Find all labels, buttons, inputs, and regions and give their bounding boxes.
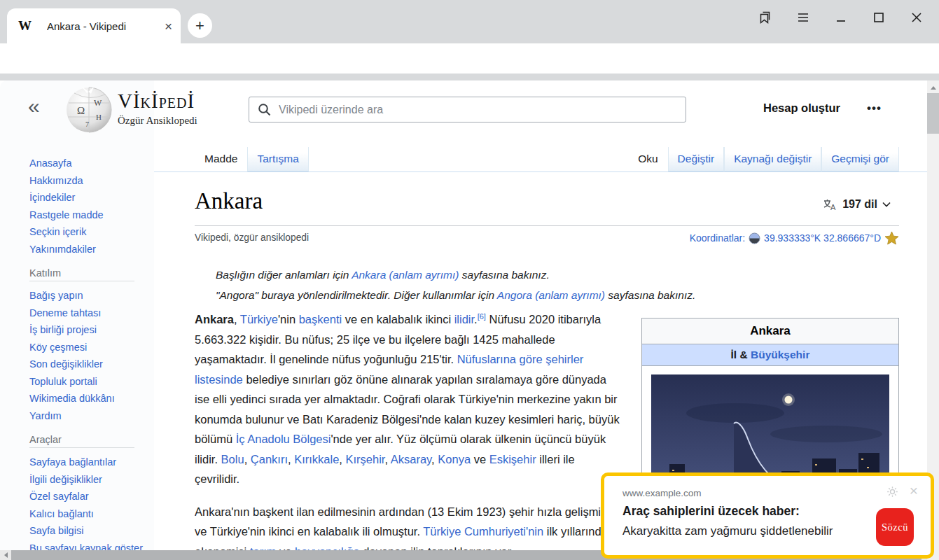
sidebar-link[interactable]: Sayfaya bağlantılar bbox=[29, 456, 116, 468]
article-link[interactable]: Çankırı bbox=[251, 453, 288, 465]
article-link[interactable]: Angora (anlam ayrımı) bbox=[497, 289, 605, 301]
article-tab-madde[interactable]: Madde bbox=[195, 147, 247, 172]
coordinates-value[interactable]: 39.933333°K 32.866667°D bbox=[764, 232, 881, 244]
sidebar-link[interactable]: Seçkin içerik bbox=[29, 226, 86, 237]
new-tab-button[interactable]: + bbox=[188, 13, 212, 38]
text-run: ve en kalabalık ikinci bbox=[342, 313, 454, 326]
sidebar-link[interactable]: Rastgele madde bbox=[29, 209, 104, 220]
browser-tab[interactable]: W Ankara - Vikipedi × bbox=[7, 8, 181, 43]
article-link[interactable]: Bolu bbox=[221, 453, 244, 465]
sidebar-item: Bu sayfayı kaynak göster bbox=[29, 540, 154, 551]
sidebar-link[interactable]: Bu sayfayı kaynak göster bbox=[29, 542, 143, 551]
scroll-up-arrow-icon[interactable] bbox=[927, 83, 939, 92]
wiki-search[interactable] bbox=[249, 97, 686, 122]
sidebar-item: Seçkin içerik bbox=[29, 223, 154, 241]
wikipedia-globe-logo-icon[interactable]: Ω W H 7 bbox=[64, 85, 113, 136]
article-tab-ge-mi-i-g-r[interactable]: Geçmişi gör bbox=[821, 147, 899, 172]
article-link[interactable]: tarım bbox=[250, 545, 277, 551]
sidebar-item: İlgili değişiklikler bbox=[29, 471, 154, 489]
notification-body[interactable]: Akaryakitta zam yağmuru şiddetlenebilir bbox=[622, 524, 833, 538]
sidebar-link[interactable]: Bağış yapın bbox=[29, 290, 83, 301]
sidebar-link[interactable]: Son değişiklikler bbox=[29, 358, 103, 370]
sidebar-link[interactable]: İlgili değişiklikler bbox=[29, 474, 102, 485]
sidebar-collapse-icon[interactable]: « bbox=[28, 96, 40, 117]
sidebar-item: Sayfaya bağlantılar bbox=[29, 454, 154, 471]
sozcu-logo-text: Sözcü bbox=[882, 522, 908, 533]
text-run: , bbox=[431, 453, 438, 465]
article-tab-de-i-tir[interactable]: Değiştir bbox=[668, 147, 725, 172]
search-icon bbox=[258, 103, 271, 116]
sidebar-item: Yakınımdakiler bbox=[29, 241, 154, 258]
sidebar-item: Yardım bbox=[29, 407, 154, 425]
svg-text:Ω: Ω bbox=[77, 105, 85, 116]
text-run: sayfasına bakınız. bbox=[459, 269, 549, 281]
article-tab-tart-ma[interactable]: Tartışma bbox=[247, 147, 308, 172]
article-link[interactable]: Aksaray bbox=[391, 453, 431, 465]
article-link[interactable]: Eskişehir bbox=[489, 453, 536, 465]
article-link[interactable]: [6] bbox=[478, 312, 486, 321]
sidebar-link[interactable]: Yakınımdakiler bbox=[29, 244, 96, 255]
sidebar-link[interactable]: İçindekiler bbox=[29, 192, 75, 203]
scroll-left-arrow-icon[interactable] bbox=[1, 550, 10, 560]
site-subtitle: Vikipedi, özgür ansiklopedi bbox=[195, 232, 309, 243]
sidebar-link[interactable]: Wikimedia dükkânı bbox=[29, 393, 115, 404]
sidebar-item: Son değişiklikler bbox=[29, 356, 154, 373]
article-link[interactable]: İç Anadolu Bölgesi bbox=[236, 433, 331, 445]
sidebar-link[interactable]: Kalıcı bağlantı bbox=[29, 508, 94, 519]
article-link[interactable]: Kırşehir bbox=[346, 453, 385, 465]
article-link[interactable]: Büyükşehir bbox=[751, 349, 809, 360]
hatnotes: Başlığın diğer anlamları için Ankara (an… bbox=[216, 265, 899, 305]
more-options-icon[interactable]: ••• bbox=[867, 102, 882, 115]
sidebar-link[interactable]: Topluluk portali bbox=[29, 376, 97, 387]
sozcu-logo[interactable]: Sözcü bbox=[876, 508, 914, 546]
article-link[interactable]: Türkiye Cumhuriyeti'nin bbox=[423, 525, 543, 538]
vertical-scrollbar-thumb[interactable] bbox=[927, 93, 939, 134]
article-link[interactable]: hayvancılığa bbox=[295, 545, 360, 551]
tab-close-icon[interactable]: × bbox=[165, 20, 172, 33]
chrome-page-gap bbox=[0, 74, 939, 80]
article-tab-oku[interactable]: Oku bbox=[628, 147, 667, 172]
article-link[interactable]: Ankara (anlam ayrımı) bbox=[352, 269, 459, 281]
notification-title[interactable]: Araç sahiplerini üzecek haber: bbox=[622, 504, 800, 519]
sidebar-link[interactable]: Köy çeşmesi bbox=[29, 342, 87, 353]
sidebar-link[interactable]: Yardım bbox=[29, 410, 62, 421]
text-run: , bbox=[234, 313, 240, 326]
create-account-link[interactable]: Hesap oluştur bbox=[763, 102, 840, 115]
side-panel-icon[interactable] bbox=[756, 8, 774, 27]
sidebar-section-header: Araçlar bbox=[29, 434, 134, 448]
sidebar-section-list: Bağış yapınDeneme tahtasıİş birliği proj… bbox=[29, 287, 154, 424]
wiki-sidebar: AnasayfaHakkımızdaİçindekilerRastgele ma… bbox=[0, 80, 154, 550]
maximize-button[interactable] bbox=[870, 8, 888, 27]
text-run: sayfasına bakınız. bbox=[605, 289, 695, 301]
tab-title: Ankara - Vikipedi bbox=[47, 20, 126, 32]
sidebar-link[interactable]: İş birliği projesi bbox=[29, 324, 97, 335]
text-run: , bbox=[288, 453, 294, 465]
article-link[interactable]: Kırıkkale bbox=[294, 453, 339, 465]
text-run: & bbox=[737, 349, 751, 360]
close-window-button[interactable] bbox=[907, 8, 926, 27]
sidebar-link[interactable]: Özel sayfalar bbox=[29, 491, 89, 502]
logo-tagline: Özgür Ansiklopedi bbox=[118, 115, 197, 127]
article-link[interactable]: Türkiye bbox=[240, 313, 278, 326]
sidebar-item: Hakkımızda bbox=[29, 172, 154, 190]
article-link[interactable]: Konya bbox=[438, 453, 471, 465]
notification-close-icon[interactable]: × bbox=[910, 483, 918, 498]
sidebar-link[interactable]: Hakkımızda bbox=[29, 175, 83, 186]
menu-icon[interactable] bbox=[794, 8, 812, 27]
wikipedia-wordmark[interactable]: Vİkİpedİ Özgür Ansiklopedi bbox=[118, 91, 197, 127]
article-link[interactable]: başkenti bbox=[299, 313, 342, 326]
notification-settings-gear-icon[interactable] bbox=[886, 486, 898, 500]
sidebar-link[interactable]: Sayfa bilgisi bbox=[29, 525, 83, 536]
coordinates-label[interactable]: Koordinatlar: bbox=[690, 232, 745, 244]
sidebar-link[interactable]: Anasayfa bbox=[29, 158, 71, 169]
language-selector[interactable]: A 197 dil bbox=[823, 198, 891, 211]
article-link[interactable]: ilidir bbox=[454, 313, 474, 326]
search-input[interactable] bbox=[277, 103, 686, 117]
minimize-button[interactable] bbox=[832, 8, 850, 27]
article-tab-kayna-de-i-tir[interactable]: Kaynağı değiştir bbox=[724, 147, 821, 172]
sidebar-link[interactable]: Deneme tahtası bbox=[29, 307, 101, 318]
notification-popup[interactable]: www.example.com × Araç sahiplerini üzece… bbox=[601, 472, 934, 559]
text-run: Ankara bbox=[195, 313, 234, 326]
article-title: Ankara bbox=[195, 190, 263, 213]
text-run: 'nin bbox=[278, 313, 299, 326]
